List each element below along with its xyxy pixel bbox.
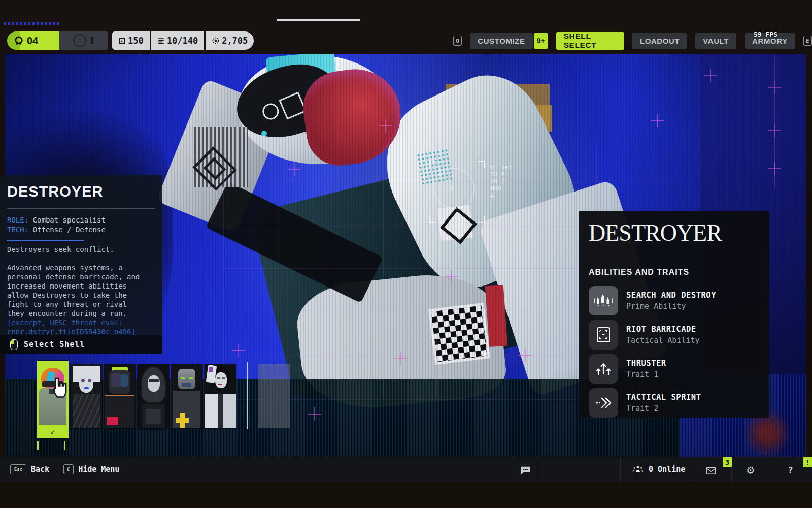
tech-label: TECH:	[7, 226, 28, 234]
cursor-hand-icon	[50, 377, 69, 401]
circle-outline-icon	[73, 34, 86, 47]
player-status-badges: 04 I 150 10/140	[7, 31, 254, 50]
grid-cross	[704, 69, 717, 82]
missiles-icon	[589, 286, 618, 315]
back-button[interactable]: Esc Back	[10, 464, 49, 474]
tab-vault[interactable]: VAULT	[695, 33, 736, 49]
grid-cross	[651, 114, 664, 127]
alert-badge: !	[803, 457, 812, 467]
credits-icon	[212, 37, 220, 45]
esc-key-icon: Esc	[10, 464, 26, 474]
key-hint-q: Q	[453, 36, 462, 46]
ability-type: Tactical Ability	[626, 336, 700, 345]
hud-line: 01 Set	[491, 164, 512, 171]
tab-label: LOADOUT	[640, 37, 680, 45]
hud-line: ID-P	[491, 171, 512, 178]
grid-cross	[768, 162, 781, 175]
ability-row[interactable]: RIOT BARRICADE Tactical Ability	[589, 320, 769, 350]
tech-value: Offense / Defense	[33, 226, 106, 234]
selection-tick	[37, 441, 39, 450]
shell-description: Advanced weapons systems, a personal def…	[7, 263, 155, 318]
reticle-circle-icon	[434, 168, 475, 209]
tab-label: SHELL SELECT	[564, 31, 617, 50]
hide-menu-label: Hide Menu	[78, 465, 119, 474]
role-value: Combat specialist	[33, 216, 106, 224]
ability-name: SEARCH AND DESTROY	[626, 291, 716, 300]
hud-line: MOD	[491, 185, 512, 193]
runner-helmet-icon	[14, 36, 24, 46]
mode-badge: I	[59, 31, 108, 50]
glitch-dashes	[4, 22, 60, 25]
key-hint-e: E	[803, 36, 812, 46]
stat-credits: 2,705	[206, 31, 254, 50]
runner-level-value: 04	[27, 35, 38, 47]
grid-cross	[288, 163, 301, 176]
ability-type: Trait 1	[626, 370, 666, 379]
grid-square-icon	[118, 37, 126, 45]
shell-portrait[interactable]	[205, 364, 236, 428]
abilities-section-header: ABILITIES AND TRAITS	[589, 268, 769, 277]
stat-value: 150	[128, 36, 144, 46]
game-screen: + 01 Set ID-P SN-C MOD # 04 I	[0, 0, 812, 508]
helmet-cyan-dot	[261, 131, 267, 136]
question-glyph: ?	[788, 465, 793, 475]
hide-menu-button[interactable]: C Hide Menu	[63, 464, 119, 474]
ability-row[interactable]: THRUSTER Trait 1	[589, 354, 769, 384]
gear-icon[interactable]: ⚙	[746, 464, 755, 477]
grid-cross	[394, 352, 408, 365]
grid-cross	[379, 119, 392, 133]
bottom-bar: Esc Back C Hide Menu + +	[0, 457, 812, 482]
selected-checkmark: ✓	[37, 427, 69, 438]
people-icon	[632, 465, 644, 473]
select-shell-label: Select Shell	[24, 340, 85, 349]
grid-cross	[445, 270, 458, 283]
tab-loadout[interactable]: LOADOUT	[632, 33, 687, 49]
glitch-line	[277, 19, 360, 21]
online-status: 0 Online	[632, 457, 685, 482]
stat-capacity: 10/140	[151, 31, 204, 50]
ability-row[interactable]: SEARCH AND DESTROY Prime Ability	[589, 286, 769, 315]
tab-customize[interactable]: CUSTOMIZE	[470, 33, 532, 49]
hud-reticle: + 01 Set ID-P SN-C MOD #	[429, 161, 525, 227]
abilities-panel: DESTROYER ABILITIES AND TRAITS SEARCH AN…	[579, 211, 769, 418]
ability-type: Prime Ability	[626, 302, 716, 311]
divider	[7, 208, 155, 209]
chat-icon[interactable]	[520, 466, 531, 475]
ability-type: Trait 2	[626, 404, 701, 413]
grid-cross	[519, 349, 532, 362]
back-label: Back	[31, 465, 49, 474]
tab-customize-wrap: CUSTOMIZE 9+	[470, 33, 548, 49]
shell-slot-empty[interactable]	[258, 364, 290, 428]
shell-portrait[interactable]	[104, 364, 136, 428]
barricade-icon	[589, 320, 618, 350]
customize-count-badge: 9+	[534, 33, 548, 49]
shell-tagline: Destroyers seek conflict.	[7, 245, 155, 254]
c-key-icon: C	[63, 464, 74, 474]
tab-shell-select[interactable]: SHELL SELECT	[556, 32, 624, 50]
mail-icon[interactable]	[705, 467, 717, 475]
hud-line: SN-C	[491, 178, 512, 185]
runner-level-badge: 04	[7, 31, 59, 50]
ability-row[interactable]: TACTICAL SPRINT Trait 2	[589, 388, 769, 418]
shell-portrait[interactable]	[171, 364, 202, 428]
select-shell-prompt: Select Shell	[0, 335, 162, 354]
gear-glyph: ⚙	[746, 464, 755, 477]
sprint-icon	[589, 388, 618, 418]
stat-value: 2,705	[222, 36, 248, 46]
currency-group: 150 10/140 2,705	[112, 31, 254, 50]
tab-label: CUSTOMIZE	[478, 37, 525, 45]
layers-icon	[157, 37, 165, 45]
fps-counter: 59 FPS	[754, 30, 777, 38]
shell-portrait[interactable]	[71, 364, 102, 428]
mail-count-badge: 3	[723, 457, 732, 467]
help-icon[interactable]: ?	[788, 465, 793, 475]
shell-portrait[interactable]	[138, 364, 169, 428]
shell-name-title: DESTROYER	[7, 183, 155, 200]
abilities-shell-title: DESTROYER	[589, 219, 769, 246]
shell-info-panel: DESTROYER ROLE: Combat specialist TECH: …	[0, 175, 162, 335]
mouse-left-click-icon	[10, 339, 18, 350]
online-count: 0 Online	[649, 465, 685, 474]
grid-cross	[768, 81, 781, 94]
ability-name: TACTICAL SPRINT	[626, 393, 701, 402]
glitch-white-line	[247, 362, 248, 429]
